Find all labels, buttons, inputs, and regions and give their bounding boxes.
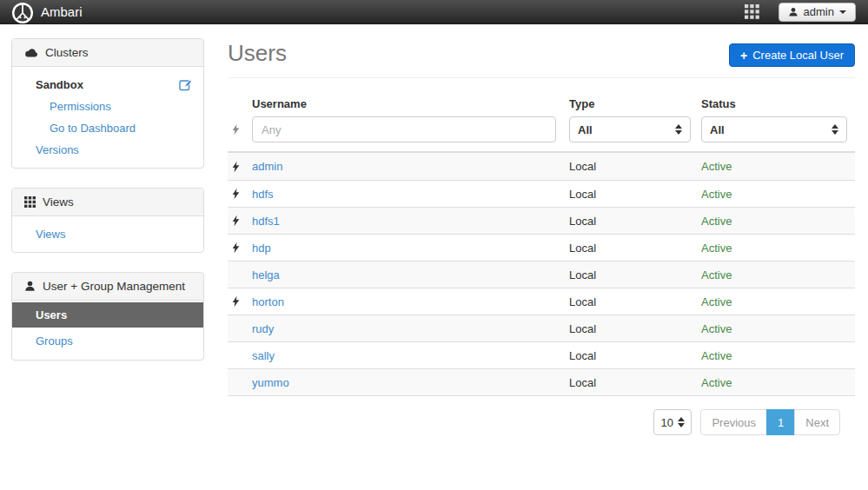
apps-grid-icon[interactable] xyxy=(745,4,759,19)
header-divider xyxy=(228,77,855,78)
page-size-value: 10 xyxy=(660,416,673,429)
main-content: Users + Create Local User Username Type … xyxy=(228,38,855,435)
table-row: sally Local Active xyxy=(228,341,855,368)
cluster-row: Sandbox xyxy=(12,74,203,96)
table-filter-row: All All xyxy=(228,116,855,153)
clusters-panel-heading: Clusters xyxy=(12,39,203,67)
username-link[interactable]: hdfs xyxy=(252,188,274,201)
username-link[interactable]: yummo xyxy=(252,376,289,389)
user-type: Local xyxy=(569,188,701,201)
select-spinner-icon xyxy=(675,124,682,135)
user-status: Active xyxy=(701,322,855,335)
row-bolt-cell xyxy=(228,188,252,200)
bolt-icon xyxy=(232,215,240,227)
bolt-icon xyxy=(232,242,240,254)
table-row: hdfs1 Local Active xyxy=(228,207,855,234)
sidebar-item-groups[interactable]: Groups xyxy=(12,328,203,354)
type-column-header: Type xyxy=(569,97,701,110)
row-bolt-cell xyxy=(228,322,252,334)
username-filter-input[interactable] xyxy=(252,116,556,142)
sidebar-item-users[interactable]: Users xyxy=(12,302,203,328)
user-type: Local xyxy=(569,322,701,335)
select-spinner-icon xyxy=(678,417,685,427)
username-link[interactable]: horton xyxy=(252,295,284,308)
filter-bolt-cell xyxy=(228,123,252,136)
user-group-panel-heading: User + Group Management xyxy=(12,273,203,301)
user-type: Local xyxy=(569,160,701,173)
username-link[interactable]: sally xyxy=(252,349,275,362)
page-size-select[interactable]: 10 xyxy=(653,409,692,435)
username-link[interactable]: hdp xyxy=(252,242,271,255)
select-spinner-icon xyxy=(832,124,838,135)
user-menu-button[interactable]: admin xyxy=(779,3,856,22)
type-filter-select[interactable]: All xyxy=(569,116,691,142)
clusters-panel-title: Clusters xyxy=(45,46,89,59)
grid-icon xyxy=(24,196,36,208)
user-status: Active xyxy=(701,349,855,362)
plus-icon: + xyxy=(740,50,747,62)
users-table: Username Type Status All xyxy=(228,97,855,396)
next-page-button[interactable]: Next xyxy=(794,409,840,435)
bolt-icon xyxy=(232,188,240,200)
user-status: Active xyxy=(701,295,855,308)
user-type: Local xyxy=(569,349,701,362)
username-filter-cell xyxy=(252,116,569,142)
table-row: yummo Local Active xyxy=(228,368,855,395)
user-type: Local xyxy=(569,242,701,255)
user-status: Active xyxy=(701,268,855,281)
username-link[interactable]: admin xyxy=(252,160,282,173)
previous-page-button[interactable]: Previous xyxy=(700,409,767,435)
cloud-icon xyxy=(24,48,38,57)
sidebar-item-go-to-dashboard[interactable]: Go to Dashboard xyxy=(12,117,203,139)
sidebar-item-views[interactable]: Views xyxy=(12,223,203,245)
current-page-button[interactable]: 1 xyxy=(766,409,795,435)
pager: Previous 1 Next xyxy=(700,409,840,435)
row-bolt-cell xyxy=(228,215,252,227)
table-header-row: Username Type Status xyxy=(228,97,855,116)
user-type: Local xyxy=(569,215,701,228)
username-link[interactable]: hdfs1 xyxy=(252,215,280,228)
user-status: Active xyxy=(701,242,855,255)
user-type: Local xyxy=(569,295,701,308)
person-icon xyxy=(24,281,36,292)
user-menu-label: admin xyxy=(804,5,834,18)
table-row: helga Local Active xyxy=(228,261,855,288)
status-filter-cell: All xyxy=(701,116,855,142)
row-bolt-cell xyxy=(228,242,252,254)
sidebar-item-versions[interactable]: Versions xyxy=(12,139,203,161)
views-panel-title: Views xyxy=(43,195,74,209)
user-status: Active xyxy=(701,160,855,173)
user-group-panel: User + Group Management Users Groups xyxy=(11,272,204,361)
username-link[interactable]: rudy xyxy=(252,322,274,335)
table-row: rudy Local Active xyxy=(228,315,855,341)
username-link[interactable]: helga xyxy=(252,268,280,281)
caret-down-icon xyxy=(839,10,846,14)
bolt-icon xyxy=(232,123,240,136)
row-bolt-cell xyxy=(228,268,252,281)
table-row: horton Local Active xyxy=(228,288,855,315)
row-bolt-cell xyxy=(228,161,252,173)
user-status: Active xyxy=(701,188,855,201)
username-column-header: Username xyxy=(252,97,569,110)
brand-title: Ambari xyxy=(41,4,83,19)
user-status: Active xyxy=(701,215,855,228)
page-title: Users xyxy=(228,40,287,66)
table-row: hdfs Local Active xyxy=(228,180,855,207)
table-body: admin Local Active hdfs xyxy=(228,153,855,396)
views-panel-body: Views xyxy=(12,216,203,252)
bolt-icon xyxy=(232,161,240,173)
status-filter-select[interactable]: All xyxy=(701,116,847,142)
create-local-user-label: Create Local User xyxy=(752,49,844,62)
edit-cluster-icon[interactable] xyxy=(179,78,192,91)
cluster-name: Sandbox xyxy=(36,78,83,91)
page-container: Clusters Sandbox Permissions Go to Dashb… xyxy=(0,24,868,435)
table-row: hdp Local Active xyxy=(228,234,855,261)
ambari-logo-icon xyxy=(12,3,33,23)
create-local-user-button[interactable]: + Create Local User xyxy=(729,43,855,67)
clusters-panel: Clusters Sandbox Permissions Go to Dashb… xyxy=(11,38,204,169)
row-bolt-cell xyxy=(228,376,252,388)
user-type: Local xyxy=(569,376,701,389)
main-header: Users + Create Local User xyxy=(228,40,855,67)
sidebar-item-permissions[interactable]: Permissions xyxy=(12,96,203,117)
pagination-bar: 10 Previous 1 Next xyxy=(228,409,855,435)
